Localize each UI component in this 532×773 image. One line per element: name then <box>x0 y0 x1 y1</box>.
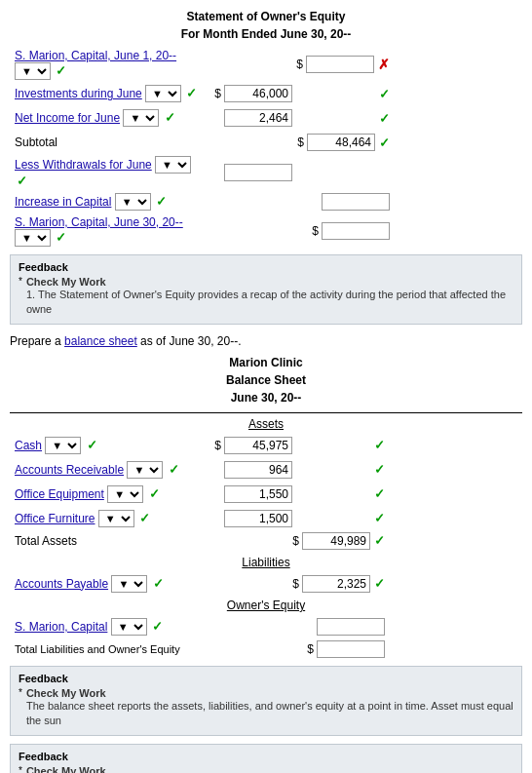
bs-feedback1-title: Feedback <box>19 673 513 684</box>
subtotal-input[interactable] <box>307 134 375 151</box>
bs-feedback2-title: Feedback <box>19 751 513 762</box>
capital-end-dropdown[interactable]: ▼ <box>15 229 51 247</box>
furniture-dropdown[interactable]: ▼ <box>98 510 134 527</box>
cash-check1: ✓ <box>87 438 97 452</box>
total-assets-row: Total Assets $ ✓ <box>10 532 522 550</box>
ar-check1: ✓ <box>169 462 179 477</box>
capital-end-dollar: $ <box>312 224 319 238</box>
withdrawals-input[interactable] <box>224 164 292 181</box>
withdrawals-dropdown[interactable]: ▼ <box>155 156 191 174</box>
furniture-check2: ✓ <box>374 511 385 525</box>
equipment-check1: ✓ <box>149 486 160 501</box>
subtotal-dollar: $ <box>297 135 304 149</box>
bs-feedback1-asterisk: * <box>19 687 22 698</box>
bs-feedback1-text: The balance sheet reports the assets, li… <box>26 699 513 729</box>
total-assets-label: Total Assets <box>15 534 77 548</box>
cash-dropdown[interactable]: ▼ <box>45 437 81 454</box>
furniture-input[interactable] <box>224 510 292 527</box>
equipment-dropdown[interactable]: ▼ <box>107 485 143 503</box>
ap-input[interactable] <box>302 575 370 593</box>
capital-end-input[interactable] <box>322 222 390 240</box>
balance-sheet-section: Prepare a balance sheet as of June 30, 2… <box>10 334 522 773</box>
increase-link[interactable]: Increase in Capital <box>15 195 111 209</box>
equity-row-increase: Increase in Capital ▼ ✓ <box>10 191 522 213</box>
equity-title-line2: For Month Ended June 30, 20-- <box>10 25 522 43</box>
oe-capital-check1: ✓ <box>152 619 163 634</box>
investments-check2: ✓ <box>379 87 390 101</box>
equity-feedback-box: Feedback * Check My Work 1. The Statemen… <box>10 254 522 325</box>
capital-start-cross: ✗ <box>378 57 390 72</box>
cash-check2: ✓ <box>374 438 385 452</box>
capital-start-dropdown[interactable]: ▼ <box>15 62 51 80</box>
investments-link[interactable]: Investments during June <box>15 87 142 100</box>
bs-row-ap: Accounts Payable ▼ ✓ $ ✓ <box>10 573 522 595</box>
capital-start-link[interactable]: S. Marion, Capital, June 1, 20-- <box>15 49 176 62</box>
subtotal-label: Subtotal <box>15 135 57 149</box>
oe-capital-input[interactable] <box>317 618 385 636</box>
net-income-link[interactable]: Net Income for June <box>15 111 120 125</box>
equity-row-investments: Investments during June ▼ ✓ $ ✓ <box>10 83 522 104</box>
bs-row-equipment: Office Equipment ▼ ✓ ✓ <box>10 483 522 505</box>
increase-input[interactable] <box>322 193 390 211</box>
equity-feedback-item: 1. The Statement of Owner's Equity provi… <box>26 288 513 318</box>
bs-title3: June 30, 20-- <box>10 389 522 406</box>
bs-feedback2-asterisk: * <box>19 765 22 773</box>
bs-intro-rest: as of June 30, 20--. <box>137 334 242 348</box>
oe-capital-dropdown[interactable]: ▼ <box>111 618 147 636</box>
subtotal-check: ✓ <box>379 135 390 150</box>
furniture-link[interactable]: Office Furniture <box>15 512 95 525</box>
equity-row-subtotal: Subtotal $ ✓ <box>10 132 522 153</box>
ar-link[interactable]: Accounts Receivable <box>15 463 124 477</box>
equity-row-capital-start: S. Marion, Capital, June 1, 20-- ▼ ✓ $ ✗ <box>10 49 522 80</box>
bs-feedback1-box: Feedback * Check My Work The balance she… <box>10 666 522 736</box>
ap-link[interactable]: Accounts Payable <box>15 577 108 591</box>
bs-feedback2-box: Feedback * Check My Work Partially corre… <box>10 744 522 773</box>
bs-row-ar: Accounts Receivable ▼ ✓ ✓ <box>10 459 522 481</box>
increase-check1: ✓ <box>156 194 167 209</box>
investments-check1: ✓ <box>186 86 197 100</box>
capital-end-link[interactable]: S. Marion, Capital, June 30, 20-- <box>15 215 183 229</box>
equity-feedback-title: Feedback <box>19 261 513 273</box>
ap-dropdown[interactable]: ▼ <box>111 575 147 593</box>
ar-dropdown[interactable]: ▼ <box>127 461 163 479</box>
equipment-input[interactable] <box>224 485 292 503</box>
bs-title-divider <box>10 412 522 413</box>
net-income-input[interactable] <box>224 109 292 127</box>
equipment-check2: ✓ <box>374 486 385 501</box>
bs-row-oe-capital: S. Marion, Capital ▼ ✓ <box>10 616 522 638</box>
bs-intro-link[interactable]: balance sheet <box>64 334 137 348</box>
capital-start-input[interactable] <box>306 56 374 73</box>
bs-row-furniture: Office Furniture ▼ ✓ ✓ <box>10 508 522 529</box>
investments-input[interactable] <box>224 85 292 102</box>
total-assets-check: ✓ <box>374 533 385 548</box>
ap-check2: ✓ <box>374 576 385 591</box>
net-income-dropdown[interactable]: ▼ <box>123 109 159 127</box>
capital-end-check1: ✓ <box>56 230 66 245</box>
ap-check1: ✓ <box>153 576 164 591</box>
total-liab-eq-label: Total Liabilities and Owner's Equity <box>15 643 180 655</box>
furniture-check1: ✓ <box>139 511 150 525</box>
owners-equity-header: Owner's Equity <box>10 599 522 612</box>
total-assets-dollar: $ <box>292 534 299 548</box>
total-liab-eq-input[interactable] <box>317 640 385 658</box>
liabilities-header: Liabilities <box>10 556 522 569</box>
ar-input[interactable] <box>224 461 292 479</box>
equity-feedback-asterisk: * <box>19 276 22 287</box>
oe-capital-link[interactable]: S. Marion, Capital <box>15 620 107 634</box>
increase-dropdown[interactable]: ▼ <box>115 193 151 211</box>
cash-input[interactable] <box>224 437 292 454</box>
investments-dropdown[interactable]: ▼ <box>145 85 181 102</box>
equity-feedback-check-label: Check My Work <box>26 276 106 288</box>
total-liab-eq-dollar: $ <box>307 642 314 656</box>
total-assets-input[interactable] <box>302 532 370 550</box>
bs-row-cash: Cash ▼ ✓ $ ✓ <box>10 435 522 456</box>
equipment-link[interactable]: Office Equipment <box>15 487 104 501</box>
equity-row-withdrawals: Less Withdrawals for June ▼ ✓ <box>10 156 522 188</box>
withdrawals-check1: ✓ <box>17 174 27 188</box>
equity-row-capital-end: S. Marion, Capital, June 30, 20-- ▼ ✓ $ <box>10 215 522 247</box>
cash-link[interactable]: Cash <box>15 439 42 452</box>
ar-check2: ✓ <box>374 462 385 477</box>
bs-feedback1-check-label: Check My Work <box>26 687 106 699</box>
bs-intro-text: Prepare a <box>10 334 64 348</box>
withdrawals-link[interactable]: Less Withdrawals for June <box>15 158 152 172</box>
